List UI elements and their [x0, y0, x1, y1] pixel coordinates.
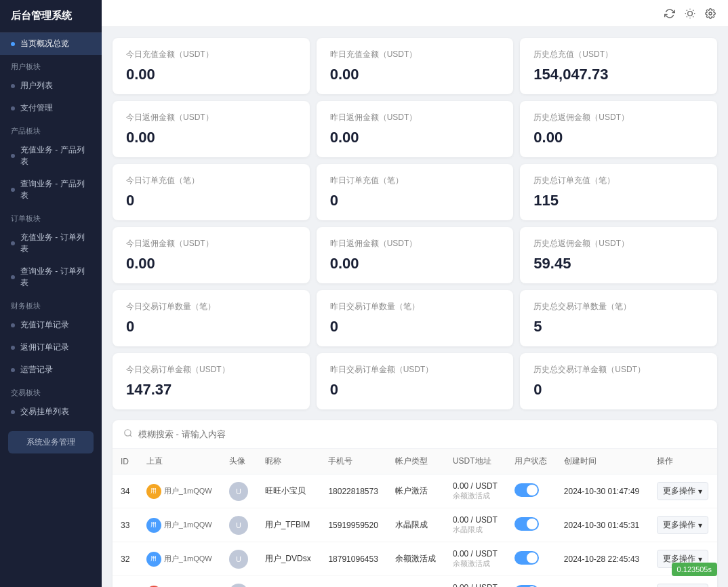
stat-total-rebate: 历史总返佣金额（USDT） 0.00	[520, 101, 717, 157]
cell-action[interactable]: 更多操作 ▾	[649, 576, 717, 588]
col-avatar: 头像	[221, 449, 257, 474]
sidebar-item-recharge-order[interactable]: 充值业务 - 订单列表	[0, 226, 102, 260]
table-row: 34 用 用户_1mQQW U 旺旺小宝贝 18022818573 帐户激活 0…	[113, 474, 717, 508]
sidebar-item-refund-bill[interactable]: 返佣订单记录	[0, 336, 102, 359]
cell-usdt: 0.00 / USDT 余额激活成	[445, 542, 506, 576]
cell-id: 33	[113, 508, 138, 542]
cell-nickname: 旺旺小宝贝	[257, 474, 321, 508]
sidebar-item-error-log[interactable]: 运营记录	[0, 359, 102, 381]
cell-avatar: U	[221, 508, 257, 542]
stat-total-return-usdt: 历史总返佣金额（USDT） 59.45	[520, 227, 717, 283]
svg-line-11	[130, 435, 132, 437]
svg-line-3	[687, 9, 687, 10]
stat-yesterday-rebate: 昨日返佣金额（USDT） 0.00	[317, 101, 514, 157]
system-manage-button[interactable]: 系统业务管理	[8, 431, 94, 453]
cell-nickname: 用户_DVDsx	[257, 542, 321, 576]
cell-status[interactable]	[506, 474, 556, 508]
svg-point-0	[688, 11, 693, 16]
stat-today-return-usdt: 今日返佣金额（USDT） 0.00	[113, 227, 310, 283]
cell-id: 32	[113, 542, 138, 576]
svg-point-10	[125, 430, 131, 436]
sidebar-section-product: 产品板块	[0, 119, 102, 139]
sidebar-item-query-product[interactable]: 查询业务 - 产品列表	[0, 173, 102, 207]
col-created: 创建时间	[556, 449, 649, 474]
cell-status[interactable]	[506, 508, 556, 542]
cell-phone: 15919959520	[320, 508, 387, 542]
col-usdt: USDT地址	[445, 449, 506, 474]
search-icon	[123, 428, 133, 440]
sidebar-section-trade: 交易板块	[0, 381, 102, 401]
table-search-bar	[113, 420, 717, 449]
more-action-button[interactable]: 更多操作 ▾	[657, 584, 708, 587]
sidebar: 后台管理系统 当页概况总览 用户板块 用户列表 支付管理 产品板块 充值业务 -…	[0, 0, 102, 587]
col-account-type: 帐户类型	[387, 449, 445, 474]
col-nickname: 昵称	[257, 449, 321, 474]
col-action: 操作	[649, 449, 717, 474]
sidebar-item-recharge-bill[interactable]: 充值订单记录	[0, 314, 102, 336]
sidebar-title: 后台管理系统	[0, 0, 102, 33]
stat-total-recharge: 历史总充值（USDT） 154,047.73	[520, 38, 717, 94]
svg-line-7	[687, 16, 687, 17]
cell-status[interactable]	[506, 576, 556, 588]
sidebar-item-recharge-product[interactable]: 充值业务 - 产品列表	[0, 139, 102, 173]
col-phone: 手机号	[320, 449, 387, 474]
table-header-row: ID 上直 头像 昵称 手机号 帐户类型 USDT地址 用户状态 创建时间 操作	[113, 449, 717, 474]
sidebar-section-user: 用户板块	[0, 55, 102, 75]
stat-today-order-count: 今日订单充值（笔） 0	[113, 164, 310, 220]
cell-usdt: 0.00 / USDT 余额激减	[445, 576, 506, 588]
col-id: ID	[113, 449, 138, 474]
table-row: 31 用 用户_1mQQW U 用户_qFGIG 15231161511 余额激…	[113, 576, 717, 588]
settings-icon[interactable]	[704, 7, 717, 20]
cell-account-type: 帐户激活	[387, 474, 445, 508]
cell-parent: 用 用户_1mQQW	[138, 542, 221, 576]
cell-created: 2024-10-30 01:47:49	[556, 474, 649, 508]
refresh-icon[interactable]	[663, 7, 676, 20]
performance-badge: 0.123505s	[672, 563, 717, 576]
content-area: 今日充值金额（USDT） 0.00 昨日充值金额（USDT） 0.00 历史总充…	[102, 27, 728, 587]
cell-id: 31	[113, 576, 138, 588]
user-table-section: ID 上直 头像 昵称 手机号 帐户类型 USDT地址 用户状态 创建时间 操作…	[113, 420, 717, 587]
sidebar-item-dashboard[interactable]: 当页概况总览	[0, 33, 102, 55]
cell-account-type: 余额激减	[387, 576, 445, 588]
theme-icon[interactable]	[683, 7, 697, 20]
svg-point-9	[709, 12, 712, 15]
sidebar-item-trade-order[interactable]: 交易挂单列表	[0, 401, 102, 423]
stat-yesterday-recharge: 昨日充值金额（USDT） 0.00	[317, 38, 514, 94]
cell-id: 34	[113, 474, 138, 508]
stat-today-trade-count: 今日交易订单数量（笔） 0	[113, 290, 310, 346]
cell-parent: 用 用户_1mQQW	[138, 576, 221, 588]
stat-yesterday-trade-amount: 昨日交易订单金额（USDT） 0	[317, 353, 514, 409]
cell-avatar: U	[221, 474, 257, 508]
more-action-button[interactable]: 更多操作 ▾	[657, 516, 708, 534]
stats-grid: 今日充值金额（USDT） 0.00 昨日充值金额（USDT） 0.00 历史总充…	[113, 38, 717, 409]
cell-parent: 用 用户_1mQQW	[138, 508, 221, 542]
stat-today-recharge: 今日充值金额（USDT） 0.00	[113, 38, 310, 94]
cell-nickname: 用户_qFGIG	[257, 576, 321, 588]
topbar	[102, 0, 728, 27]
stat-yesterday-trade-count: 昨日交易订单数量（笔） 0	[317, 290, 514, 346]
cell-status[interactable]	[506, 542, 556, 576]
sidebar-section-order: 订单板块	[0, 207, 102, 226]
table-row: 33 用 用户_1mQQW U 用户_TFBIM 15919959520 水晶限…	[113, 508, 717, 542]
cell-created: 2024-10-30 01:45:31	[556, 508, 649, 542]
cell-action[interactable]: 更多操作 ▾	[649, 508, 717, 542]
chevron-down-icon: ▾	[698, 487, 702, 496]
stat-yesterday-order-count: 昨日订单充值（笔） 0	[317, 164, 514, 220]
table-row: 32 用 用户_1mQQW U 用户_DVDsx 18791096453 余额激…	[113, 542, 717, 576]
stat-today-trade-amount: 今日交易订单金额（USDT） 147.37	[113, 353, 310, 409]
sidebar-item-query-order[interactable]: 查询业务 - 订单列表	[0, 260, 102, 294]
sidebar-item-payment-manage[interactable]: 支付管理	[0, 97, 102, 119]
svg-line-4	[693, 16, 693, 17]
stat-total-order-count: 历史总订单充值（笔） 115	[520, 164, 717, 220]
more-action-button[interactable]: 更多操作 ▾	[657, 482, 708, 500]
sidebar-item-user-list[interactable]: 用户列表	[0, 75, 102, 97]
col-status: 用户状态	[506, 449, 556, 474]
search-input[interactable]	[138, 429, 342, 439]
cell-nickname: 用户_TFBIM	[257, 508, 321, 542]
cell-phone: 15231161511	[320, 576, 387, 588]
cell-parent: 用 用户_1mQQW	[138, 474, 221, 508]
cell-avatar: U	[221, 576, 257, 588]
user-table: ID 上直 头像 昵称 手机号 帐户类型 USDT地址 用户状态 创建时间 操作…	[113, 449, 717, 587]
main-content: 今日充值金额（USDT） 0.00 昨日充值金额（USDT） 0.00 历史总充…	[102, 0, 728, 587]
cell-action[interactable]: 更多操作 ▾	[649, 474, 717, 508]
